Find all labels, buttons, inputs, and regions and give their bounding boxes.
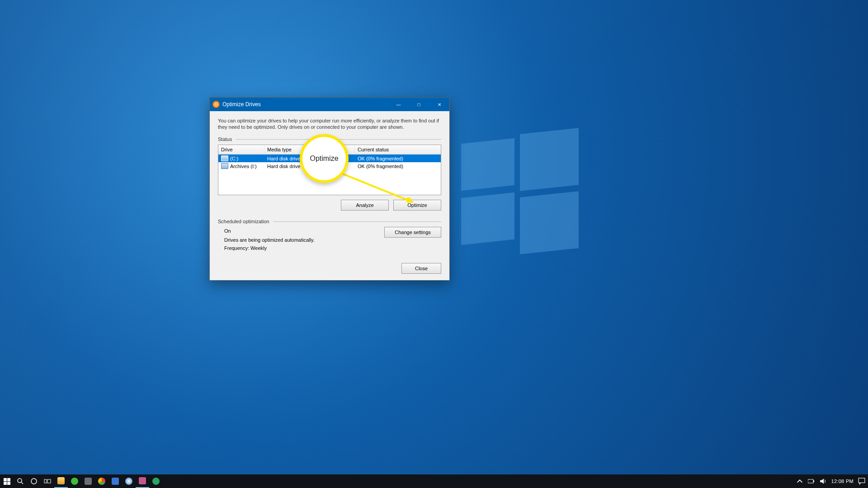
action-center-icon[interactable] [858, 478, 865, 485]
description-text: You can optimize your drives to help you… [218, 117, 441, 130]
taskbar-app-3[interactable] [81, 474, 95, 488]
optimize-button[interactable]: Optimize [393, 200, 441, 211]
app-icon [125, 478, 132, 485]
drive-status: OK (0% fragmented) [355, 156, 441, 161]
windows-logo-wallpaper [461, 131, 579, 249]
drive-icon [221, 163, 228, 169]
svg-line-1 [21, 482, 23, 484]
app-icon [152, 478, 160, 485]
app-icon [85, 478, 92, 485]
taskbar[interactable]: 12:08 PM [0, 474, 868, 488]
circle-icon [30, 478, 38, 485]
start-button[interactable] [0, 474, 14, 488]
svg-rect-7 [859, 478, 865, 483]
taskbar-app-6[interactable] [122, 474, 136, 488]
cortana-button[interactable] [27, 474, 41, 488]
close-button[interactable]: ✕ [429, 98, 449, 111]
svg-rect-5 [808, 479, 813, 483]
window-title: Optimize Drives [222, 101, 261, 108]
chrome-icon [98, 478, 105, 485]
windows-icon [4, 478, 10, 485]
schedule-frequency: Frequency: Weekly [224, 244, 315, 252]
analyze-button[interactable]: Analyze [341, 200, 389, 211]
change-settings-button[interactable]: Change settings [384, 227, 441, 238]
close-dialog-button[interactable]: Close [401, 263, 441, 274]
minimize-button[interactable]: ― [388, 98, 409, 111]
callout-label: Optimize [310, 155, 338, 163]
drive-status: OK (0% fragmented) [355, 164, 441, 169]
schedule-label-text: Scheduled optimization [218, 219, 269, 224]
taskbar-app-8[interactable] [149, 474, 163, 488]
folder-icon [57, 477, 65, 484]
drive-name: (C:) [230, 156, 238, 161]
status-label-text: Status [218, 136, 232, 142]
svg-rect-3 [44, 479, 47, 483]
app-icon [212, 101, 220, 108]
drive-icon [221, 155, 228, 161]
titlebar[interactable]: Optimize Drives ― □ ✕ [210, 98, 449, 111]
taskbar-app-7[interactable] [136, 474, 149, 488]
task-view-icon [44, 478, 51, 485]
taskbar-app-explorer[interactable] [54, 474, 68, 488]
desktop: Optimize Drives ― □ ✕ You can optimize y… [0, 0, 868, 488]
schedule-state: On [224, 227, 315, 235]
battery-icon[interactable] [808, 478, 815, 485]
svg-point-2 [31, 479, 37, 484]
svg-point-0 [18, 479, 22, 483]
svg-rect-6 [813, 480, 814, 482]
schedule-desc: Drives are being optimized automatically… [224, 236, 315, 244]
app-icon [139, 477, 146, 484]
drive-name: Archives (I:) [230, 164, 257, 169]
taskbar-clock[interactable]: 12:08 PM [831, 479, 854, 484]
taskbar-app-5[interactable] [108, 474, 122, 488]
volume-icon[interactable] [820, 478, 827, 485]
app-icon [71, 478, 78, 485]
task-view-button[interactable] [41, 474, 54, 488]
header-status[interactable]: Current status [355, 145, 441, 154]
taskbar-app-chrome[interactable] [95, 474, 108, 488]
tray-chevron-icon[interactable] [796, 478, 803, 485]
svg-rect-4 [47, 479, 51, 483]
callout-dot [406, 197, 411, 203]
optimize-drives-dialog: Optimize Drives ― □ ✕ You can optimize y… [209, 97, 450, 281]
app-icon [112, 478, 119, 485]
search-button[interactable] [14, 474, 27, 488]
callout-circle: Optimize [300, 134, 349, 183]
search-icon [17, 478, 24, 485]
header-drive[interactable]: Drive [218, 145, 264, 154]
taskbar-app-2[interactable] [68, 474, 81, 488]
schedule-section-label: Scheduled optimization [218, 219, 441, 224]
maximize-button[interactable]: □ [409, 98, 429, 111]
